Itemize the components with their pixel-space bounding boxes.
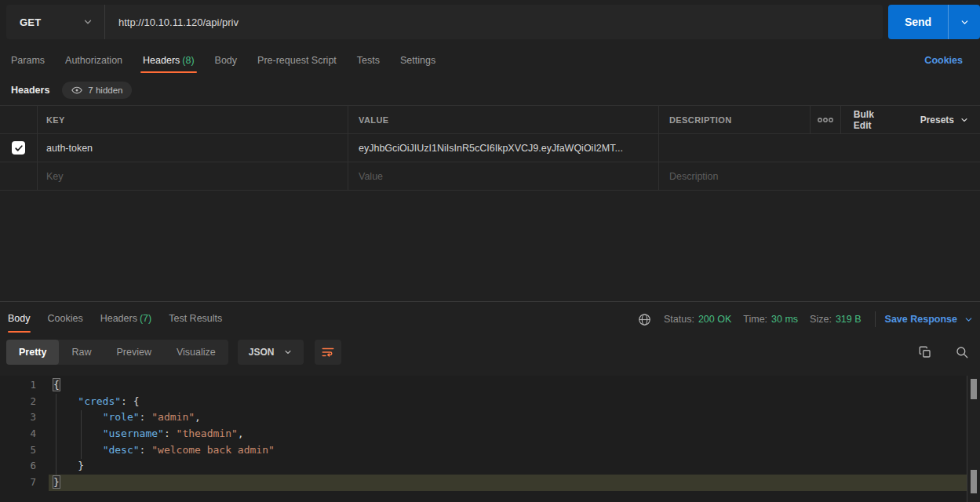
response-meta-bar: Status: 200 OK Time: 30 ms Size: 319 B S… [638,306,974,333]
size-value: 319 B [836,314,862,325]
copy-icon[interactable] [918,345,932,359]
scrollbar-thumb[interactable] [971,379,977,399]
code-line-3: 3 "role": "admin", [0,409,967,426]
wrap-lines-button[interactable] [315,340,341,365]
presets-label: Presets [920,115,954,126]
request-tab-authorization[interactable]: Authorization [65,49,122,73]
column-header-key: KEY [46,115,65,125]
view-tab-preview[interactable]: Preview [104,340,163,365]
headers-table-header: KEY VALUE DESCRIPTION Bulk Edit Presets [0,105,980,134]
view-tab-pretty[interactable]: Pretty [6,340,59,365]
headers-section-title: Headers [11,85,49,96]
view-tab-raw[interactable]: Raw [59,340,104,365]
request-tab-tests[interactable]: Tests [357,49,380,73]
request-tab-body[interactable]: Body [215,49,238,73]
cookies-link[interactable]: Cookies [924,49,963,72]
chevron-down-icon [960,17,970,27]
response-tab-cookies[interactable]: Cookies [48,306,83,333]
code-line-1: 1{ [0,377,967,394]
line-number: 5 [0,442,36,459]
postman-window: GET http://10.10.11.120/api/priv Send Pa… [0,0,980,502]
meta-divider [875,311,876,327]
header-row-empty: Key Value Description [0,162,980,191]
table-controls: Bulk Edit Presets [811,106,980,133]
code-line-6: 6 } [0,458,967,475]
response-actions [918,345,969,359]
response-view-switcher: PrettyRawPreviewVisualize [6,340,228,365]
save-response-dropdown[interactable]: Save Response [885,314,974,325]
request-tab-pre-request-script[interactable]: Pre-request Script [257,49,337,73]
time-value: 30 ms [771,314,798,325]
code-line-4: 4 "username": "theadmin", [0,426,967,442]
request-tabs: ParamsAuthorizationHeaders(8)BodyPre-req… [0,49,980,73]
size-label: Size: [810,314,832,325]
response-body-editor[interactable]: 1{2 "creds": {3 "role": "admin",4 "usern… [0,376,967,502]
format-dropdown[interactable]: JSON [238,340,304,365]
hidden-headers-toggle[interactable]: 7 hidden [62,82,132,99]
chevron-down-icon [283,347,293,357]
chevron-down-icon [960,115,969,125]
scrollbar-thumb[interactable] [971,470,977,493]
request-url-bar: GET http://10.10.11.120/api/priv [6,5,883,39]
save-response-label: Save Response [885,314,957,325]
scrollbar[interactable] [967,376,980,502]
line-number: 1 [0,377,36,394]
time-label: Time: [743,314,767,325]
request-tab-settings[interactable]: Settings [400,49,435,73]
header-row-auth-token: auth-token eyJhbGciOiJIUzI1NiIsInR5cCI6I… [0,134,980,162]
row-checkbox-checked[interactable] [12,141,25,155]
select-all-cell [0,106,38,133]
line-number: 7 [0,475,36,491]
headers-section-header: Headers 7 hidden [11,81,132,100]
request-tab-params[interactable]: Params [11,49,45,73]
view-tab-visualize[interactable]: Visualize [164,340,228,365]
search-icon[interactable] [955,345,969,359]
line-number: 3 [0,409,36,426]
line-number: 6 [0,458,36,475]
code-line-2: 2 "creds": { [0,394,967,410]
indent-guide [56,394,56,475]
code-line-7: 7} [0,475,967,491]
send-button-group: Send [888,5,980,39]
response-tab-body[interactable]: Body [8,306,31,333]
request-tab-headers[interactable]: Headers(8) [143,49,195,73]
response-tab-test-results[interactable]: Test Results [169,306,222,333]
column-header-value: VALUE [359,115,388,125]
key-placeholder-input[interactable]: Key [46,171,64,182]
line-number: 2 [0,394,36,410]
bulk-edit-button[interactable]: Bulk Edit [841,106,903,133]
value-placeholder-input[interactable]: Value [359,171,383,182]
chevron-down-icon [82,16,93,27]
method-selector[interactable]: GET [6,5,105,39]
format-label: JSON [249,347,275,358]
header-value-cell[interactable]: eyJhbGciOiJIUzI1NiIsInR5cCI6IkpXVCJ9.eyJ… [359,143,623,154]
code-line-5: 5 "desc": "welcome back admin" [0,442,967,459]
presets-dropdown[interactable]: Presets [909,106,980,133]
url-input[interactable]: http://10.10.11.120/api/priv [105,5,883,39]
column-header-description: DESCRIPTION [669,115,732,125]
chevron-down-icon [964,315,974,325]
status-label: Status: [664,314,694,325]
line-number: 4 [0,426,36,442]
status-value: 200 OK [698,314,731,325]
indent-guide [81,410,82,459]
hidden-headers-count: 7 hidden [88,85,122,95]
response-tabs: BodyCookiesHeaders(7)Test Results [0,306,222,333]
method-label: GET [20,16,41,28]
eye-icon [71,85,82,96]
text-wrap-icon [321,345,335,359]
network-globe-icon[interactable] [638,313,651,326]
headers-table: KEY VALUE DESCRIPTION Bulk Edit Presets [0,105,980,191]
description-placeholder-input[interactable]: Description [669,171,719,182]
response-toolbar: PrettyRawPreviewVisualize JSON [6,340,969,365]
response-panel: BodyCookiesHeaders(7)Test Results Status… [0,301,980,502]
more-options-icon[interactable] [811,106,841,133]
header-key-cell[interactable]: auth-token [46,143,93,154]
response-tab-headers[interactable]: Headers(7) [100,306,152,333]
send-button[interactable]: Send [888,5,948,39]
send-options-button[interactable] [949,5,980,39]
